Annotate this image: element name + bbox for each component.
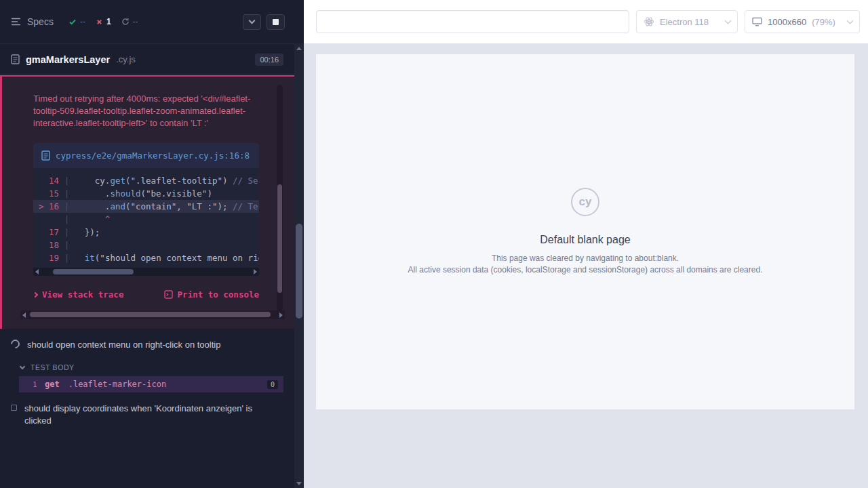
reporter-header-actions <box>243 14 285 30</box>
console-icon <box>164 290 173 299</box>
stat-failed: 1 <box>96 17 111 26</box>
test-body-section-toggle[interactable]: TEST BODY <box>0 356 294 376</box>
scroll-right-icon[interactable] <box>279 312 283 318</box>
code-line: 15 | .should("be.visible") <box>33 187 259 200</box>
test-stats: -- 1 -- <box>68 17 138 26</box>
view-stack-trace-link[interactable]: View stack trace <box>33 289 123 300</box>
browser-label: Electron 118 <box>660 17 709 27</box>
command-method: get <box>45 380 60 389</box>
reporter-header: Specs -- 1 -- <box>0 0 294 43</box>
code-frame: cypress/e2e/gmaMarkersLayer.cy.js:16:8 1… <box>33 143 259 276</box>
spec-header[interactable]: gmaMarkersLayer .cy.js 00:16 <box>0 43 294 75</box>
blank-page: cy Default blank page This page was clea… <box>408 188 763 276</box>
command-number: 1 <box>33 380 45 389</box>
cypress-logo: cy <box>571 188 599 216</box>
reporter: Specs -- 1 -- <box>0 0 294 488</box>
scroll-left-icon[interactable] <box>22 312 26 318</box>
code-frame-header: cypress/e2e/gmaMarkersLayer.cy.js:16:8 <box>33 143 259 168</box>
stack-trace-label: View stack trace <box>42 289 123 300</box>
failed-count: 1 <box>106 17 111 26</box>
scroll-left-icon[interactable] <box>35 269 39 274</box>
chevron-down-icon <box>20 364 25 369</box>
chevron-down-icon <box>847 18 854 24</box>
test-body-label: TEST BODY <box>31 363 75 371</box>
specs-button[interactable]: Specs <box>11 16 54 27</box>
blank-page-title: Default blank page <box>408 234 763 246</box>
blank-page-message-2: All active session data (cookies, localS… <box>408 264 763 276</box>
viewport-scale: (79%) <box>812 17 835 27</box>
scroll-right-icon[interactable] <box>254 269 257 274</box>
aut-iframe: cy Default blank page This page was clea… <box>316 54 854 409</box>
code-line: 14 | cy.get(".leaflet-tooltip") // Sele <box>33 174 259 187</box>
cypress-logo-text: cy <box>579 195 592 209</box>
stat-passed: -- <box>68 17 85 26</box>
specs-label: Specs <box>27 16 54 27</box>
spec-extension: .cy.js <box>116 54 136 64</box>
error-vertical-scrollbar[interactable] <box>277 85 283 311</box>
triangle-down-icon <box>296 482 302 485</box>
url-input[interactable] <box>316 10 629 33</box>
viewport-icon <box>752 17 762 26</box>
refresh-icon <box>121 18 130 26</box>
reporter-scrollbar[interactable] <box>294 43 304 488</box>
specs-menu-icon <box>11 18 21 26</box>
spec-name: gmaMarkersLayer <box>26 54 110 65</box>
code-line: 18 | <box>33 239 259 251</box>
code-file-icon <box>41 150 50 161</box>
blank-page-message-1: This page was cleared by navigating to a… <box>408 253 763 264</box>
scroll-down-button[interactable] <box>294 479 304 488</box>
viewport-size: 1000x660 <box>768 17 806 27</box>
chevron-down-icon <box>249 18 256 24</box>
spinner-icon <box>9 338 21 350</box>
test-row-queued[interactable]: should display coordinates when 'Koordin… <box>0 392 294 432</box>
aut-panel: Electron 118 1000x660 (79%) cy Default b… <box>304 0 868 488</box>
passed-count: -- <box>80 17 85 26</box>
collapse-button[interactable] <box>243 14 261 30</box>
command-log-row[interactable]: 1 get .leaflet-marker-icon 0 <box>19 376 283 392</box>
viewport-selector[interactable]: 1000x660 (79%) <box>745 10 860 33</box>
spec-duration: 00:16 <box>255 54 283 66</box>
aut-header: Electron 118 1000x660 (79%) <box>304 0 868 43</box>
command-message: .leaflet-marker-icon <box>68 380 167 389</box>
code-frame-file-link[interactable]: cypress/e2e/gmaMarkersLayer.cy.js:16:8 <box>56 150 250 161</box>
code-horizontal-scrollbar[interactable] <box>33 268 259 276</box>
reporter-panel: Specs -- 1 -- <box>0 0 304 488</box>
scroll-thumb[interactable] <box>296 224 302 319</box>
test-row-running[interactable]: should open context menu on right-click … <box>0 329 294 356</box>
scroll-up-button[interactable] <box>294 43 304 53</box>
pending-count: -- <box>133 17 138 26</box>
stat-pending: -- <box>121 17 138 26</box>
error-horizontal-scrollbar[interactable] <box>20 310 285 319</box>
command-count-badge: 0 <box>267 380 278 389</box>
code-lines: 14 | cy.get(".leaflet-tooltip") // Sele … <box>33 168 259 268</box>
chevron-right-icon <box>33 291 38 297</box>
scroll-track[interactable] <box>27 310 278 319</box>
triangle-up-icon <box>296 47 302 50</box>
code-line: 19 | it("should open context menu on rig… <box>33 251 259 264</box>
test-error-region: Timed out retrying after 4000ms: expecte… <box>0 75 294 329</box>
scroll-thumb[interactable] <box>53 269 134 274</box>
code-line: | ^ <box>33 213 259 226</box>
test-title: should display coordinates when 'Koordin… <box>24 403 262 427</box>
error-actions: View stack trace Print to console <box>33 289 259 300</box>
scroll-track[interactable] <box>40 268 252 276</box>
scroll-thumb[interactable] <box>277 184 282 293</box>
stop-button[interactable] <box>267 14 285 30</box>
electron-icon <box>644 16 654 27</box>
cross-icon <box>96 18 103 26</box>
browser-selector[interactable]: Electron 118 <box>636 10 738 33</box>
test-title: should open context menu on right-click … <box>27 339 220 351</box>
chevron-down-icon <box>725 18 732 24</box>
error-message: Timed out retrying after 4000ms: expecte… <box>33 93 262 129</box>
scroll-thumb[interactable] <box>30 312 271 317</box>
print-console-label: Print to console <box>178 289 259 300</box>
aut-backdrop: cy Default blank page This page was clea… <box>304 43 868 488</box>
check-icon <box>68 18 77 26</box>
print-to-console-link[interactable]: Print to console <box>164 289 259 300</box>
document-icon <box>11 54 20 64</box>
code-line: 17 | }); <box>33 226 259 239</box>
stop-icon <box>273 19 279 25</box>
queued-test-icon <box>11 405 17 411</box>
code-line: > 16 | .and("contain", "LT :"); // Test <box>33 200 259 213</box>
